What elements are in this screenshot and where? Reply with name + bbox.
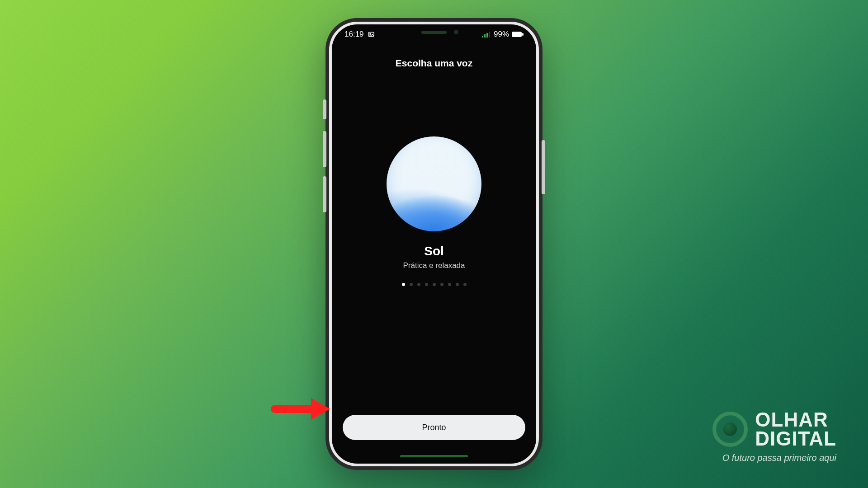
done-button-label: Pronto <box>422 423 446 432</box>
svg-rect-2 <box>482 36 483 38</box>
watermark-line2: DIGITAL <box>755 429 836 448</box>
watermark-eye-icon <box>712 412 748 447</box>
watermark-slogan: O futuro passa primeiro aqui <box>722 453 836 463</box>
phone-mockup: 16:19 <box>326 18 542 470</box>
voice-description: Prática e relaxada <box>403 261 465 270</box>
phone-bezel: 16:19 <box>329 22 539 466</box>
phone-mute-switch <box>323 99 326 119</box>
page-dot[interactable] <box>440 283 443 286</box>
svg-point-1 <box>369 33 371 35</box>
phone-notch <box>389 24 479 40</box>
page-dot[interactable] <box>456 283 459 286</box>
done-button[interactable]: Pronto <box>343 415 525 440</box>
home-indicator[interactable] <box>400 455 468 457</box>
phone-power-button <box>542 140 545 194</box>
annotation-arrow-icon <box>271 395 330 422</box>
phone-volume-down <box>323 176 326 212</box>
page-dot[interactable] <box>448 283 451 286</box>
phone-speaker <box>421 31 447 34</box>
picture-icon <box>368 31 375 38</box>
status-time: 16:19 <box>344 30 364 39</box>
voice-card[interactable]: Sol Prática e relaxada <box>387 136 481 286</box>
phone-screen: 16:19 <box>332 24 536 464</box>
svg-rect-3 <box>484 34 486 38</box>
battery-icon <box>512 31 524 38</box>
page-dot[interactable] <box>463 283 467 286</box>
svg-rect-7 <box>522 33 524 36</box>
signal-icon <box>482 31 491 38</box>
page-dot[interactable] <box>425 283 428 286</box>
voice-orb <box>387 136 481 231</box>
page-dot[interactable] <box>410 283 413 286</box>
page-indicator[interactable] <box>402 283 467 286</box>
svg-rect-5 <box>489 32 490 38</box>
svg-rect-6 <box>512 32 522 37</box>
status-battery-text: 99% <box>494 30 509 39</box>
svg-rect-4 <box>486 33 488 38</box>
voice-picker-screen: Escolha uma voz Sol Prática e relaxada P… <box>332 24 536 464</box>
watermark-logo: OLHAR DIGITAL O futuro passa primeiro aq… <box>712 410 836 463</box>
watermark-line1: OLHAR <box>755 410 836 429</box>
page-dot[interactable] <box>402 283 405 286</box>
voice-name: Sol <box>424 244 444 258</box>
page-dot[interactable] <box>433 283 436 286</box>
page-title: Escolha uma voz <box>396 58 472 69</box>
phone-volume-up <box>323 131 326 167</box>
phone-camera <box>454 30 458 34</box>
page-dot[interactable] <box>417 283 420 286</box>
